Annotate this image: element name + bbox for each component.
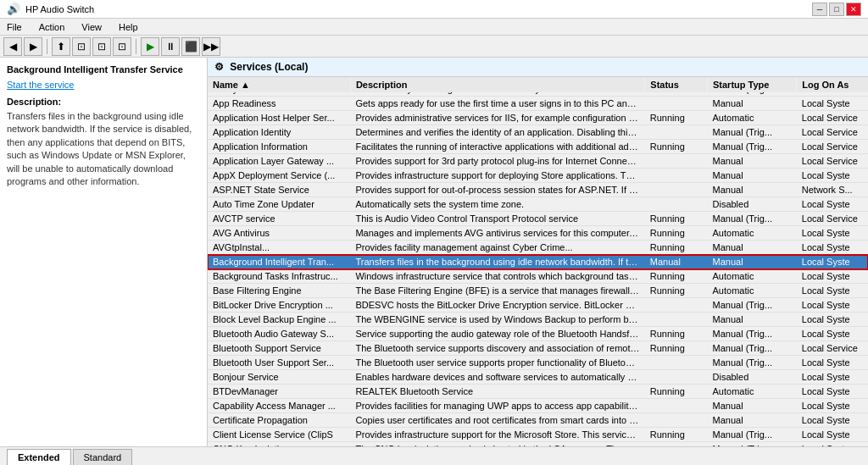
cell-service-name: CNG Key Isolation (208, 442, 350, 447)
table-row[interactable]: Bluetooth Support ServiceThe Bluetooth s… (208, 341, 868, 356)
table-row[interactable]: BTDevManagerREALTEK Bluetooth ServiceRun… (208, 385, 868, 399)
cell-service-startup: Disabled (708, 370, 797, 385)
table-row[interactable]: ASP.NET State ServiceProvides support fo… (208, 183, 868, 197)
cell-service-status: Running (645, 284, 708, 298)
main-area: Background Intelligent Transfer Service … (0, 58, 868, 446)
col-header-startup[interactable]: Startup Type (708, 77, 797, 93)
cell-service-startup: Automatic (708, 226, 797, 241)
cell-service-logon: Local Syste (797, 428, 868, 442)
cell-service-name: BitLocker Drive Encryption ... (208, 298, 350, 313)
cell-service-name: Client License Service (ClipS (208, 428, 350, 442)
description-text: Transfers files in the background using … (7, 110, 200, 188)
toolbar-prop[interactable]: ⊡ (113, 37, 131, 56)
cell-service-desc: The Bluetooth user service supports prop… (350, 356, 644, 370)
cell-service-logon: Local Service (797, 154, 868, 169)
table-row[interactable]: Client License Service (ClipSProvides in… (208, 428, 868, 442)
cell-service-desc: Provides support for out-of-process sess… (350, 183, 644, 197)
description-label: Description: (7, 97, 200, 107)
table-row[interactable]: Application InformationFacilitates the r… (208, 140, 868, 154)
table-row[interactable]: AppX Deployment Service (...Provides inf… (208, 169, 868, 183)
cell-service-desc: Facilitates the running of interactive a… (350, 140, 644, 154)
table-row[interactable]: Background Intelligent Tran...Transfers … (208, 255, 868, 269)
cell-service-startup: Automatic (708, 111, 797, 125)
cell-service-status (645, 169, 708, 183)
cell-service-desc: BDESVC hosts the BitLocker Drive Encrypt… (350, 298, 644, 313)
cell-service-startup: Manual (Trig... (708, 428, 797, 442)
toolbar-play[interactable]: ▶ (141, 37, 159, 56)
app-title: HP Audio Switch (25, 4, 94, 14)
table-row[interactable]: Block Level Backup Engine ...The WBENGIN… (208, 313, 868, 327)
title-bar: 🔊 HP Audio Switch ─ □ ✕ (0, 0, 868, 19)
table-row[interactable]: Bluetooth Audio Gateway S...Service supp… (208, 327, 868, 341)
cell-service-status: Running (645, 385, 708, 399)
cell-service-status: Manual (645, 255, 708, 269)
cell-service-name: Application Host Helper Ser... (208, 111, 350, 125)
services-table-wrap[interactable]: Name ▲ Description Status Startup Type L (208, 77, 868, 446)
table-row[interactable]: Base Filtering EngineThe Base Filtering … (208, 284, 868, 298)
cell-service-name: Application Identity (208, 125, 350, 140)
close-button[interactable]: ✕ (846, 3, 861, 16)
service-name-heading: Background Intelligent Transfer Service (7, 64, 200, 75)
cell-service-name: Bonjour Service (208, 370, 350, 385)
table-row[interactable]: Background Tasks Infrastruc...Windows in… (208, 269, 868, 284)
services-header-text: Services (Local) (230, 61, 308, 73)
cell-service-desc: Provides facilities for managing UWP app… (350, 399, 644, 413)
maximize-button[interactable]: □ (829, 3, 844, 16)
col-header-status[interactable]: Status (645, 77, 708, 93)
table-row[interactable]: Certificate PropagationCopies user certi… (208, 413, 868, 428)
table-row[interactable]: Application Host Helper Ser...Provides a… (208, 111, 868, 125)
table-row[interactable]: CNG Key IsolationThe CNG key isolation s… (208, 442, 868, 447)
cell-service-status (645, 399, 708, 413)
menu-action[interactable]: Action (36, 20, 69, 34)
toolbar-forward[interactable]: ▶ (24, 37, 42, 56)
cell-service-logon: Local Syste (797, 298, 868, 313)
table-row[interactable]: App ReadinessGets apps ready for use the… (208, 97, 868, 111)
toolbar-restart[interactable]: ▶▶ (202, 37, 220, 56)
table-row[interactable]: AVGtpInstal...Provides facility manageme… (208, 241, 868, 255)
tab-extended[interactable]: Extended (7, 449, 71, 465)
col-header-description[interactable]: Description (350, 77, 644, 93)
cell-service-status: Running (645, 269, 708, 284)
minimize-button[interactable]: ─ (812, 3, 827, 16)
toolbar-new[interactable]: ⊡ (92, 37, 111, 56)
table-row[interactable]: BitLocker Drive Encryption ...BDESVC hos… (208, 298, 868, 313)
toolbar-show[interactable]: ⊡ (72, 37, 91, 56)
cell-service-startup: Automatic (708, 385, 797, 399)
toolbar-up[interactable]: ⬆ (52, 37, 70, 56)
table-row[interactable]: Auto Time Zone UpdaterAutomatically sets… (208, 197, 868, 212)
title-bar-left: 🔊 HP Audio Switch (7, 3, 94, 15)
cell-service-status (645, 125, 708, 140)
cell-service-status (645, 370, 708, 385)
table-header-row: Name ▲ Description Status Startup Type L (208, 77, 868, 93)
table-row[interactable]: Capability Access Manager ...Provides fa… (208, 399, 868, 413)
table-row[interactable]: Bonjour ServiceEnables hardware devices … (208, 370, 868, 385)
menu-view[interactable]: View (78, 20, 105, 34)
table-row[interactable]: AVCTP serviceThis is Audio Video Control… (208, 212, 868, 226)
cell-service-startup: Manual (708, 183, 797, 197)
cell-service-name: Block Level Backup Engine ... (208, 313, 350, 327)
cell-service-status: Running (645, 428, 708, 442)
cell-service-desc: Transfers files in the background using … (350, 255, 644, 269)
tab-standard[interactable]: Standard (73, 449, 133, 465)
toolbar-stop[interactable]: ⬛ (181, 37, 200, 56)
cell-service-name: AVG Antivirus (208, 226, 350, 241)
start-service-link[interactable]: Start the service (7, 80, 74, 90)
table-row[interactable]: AVG AntivirusManages and implements AVG … (208, 226, 868, 241)
table-row[interactable]: Bluetooth User Support Ser...The Bluetoo… (208, 356, 868, 370)
title-bar-controls[interactable]: ─ □ ✕ (812, 3, 861, 16)
cell-service-logon: Local Syste (797, 399, 868, 413)
table-row[interactable]: Application IdentityDetermines and verif… (208, 125, 868, 140)
cell-service-logon: Local Syste (797, 356, 868, 370)
cell-service-desc: Copies user certificates and root certif… (350, 413, 644, 428)
menu-file[interactable]: File (3, 20, 25, 34)
menu-help[interactable]: Help (115, 20, 142, 34)
toolbar-pause[interactable]: ⏸ (161, 37, 180, 56)
cell-service-startup: Manual (708, 97, 797, 111)
cell-service-name: AppX Deployment Service (... (208, 169, 350, 183)
cell-service-status: Running (645, 212, 708, 226)
toolbar-back[interactable]: ◀ (3, 37, 22, 56)
table-row[interactable]: Application Layer Gateway ...Provides su… (208, 154, 868, 169)
cell-service-name: ASP.NET State Service (208, 183, 350, 197)
col-header-name[interactable]: Name ▲ (208, 77, 350, 93)
col-header-logon[interactable]: Log On As (797, 77, 868, 93)
